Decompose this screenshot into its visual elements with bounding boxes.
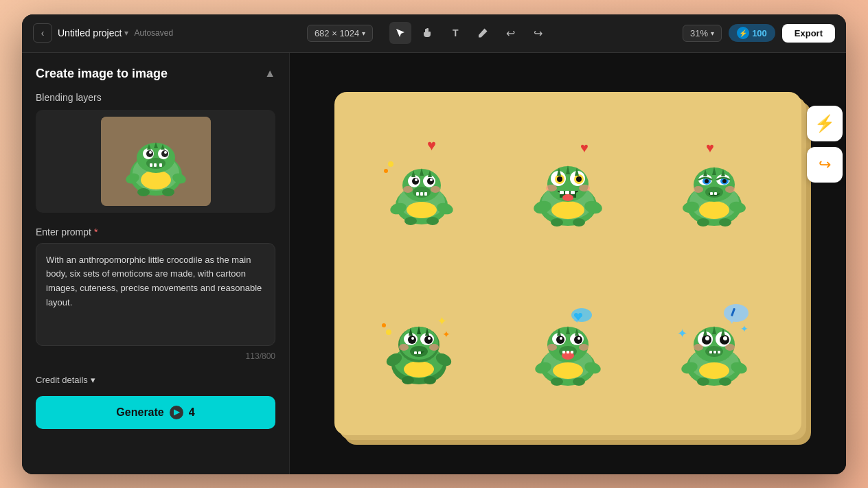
svg-point-23 (388, 161, 393, 167)
svg-point-58 (576, 176, 582, 182)
sticker-5 (501, 270, 634, 415)
svg-point-120 (424, 376, 436, 384)
redo-button[interactable]: ↪ (527, 22, 549, 44)
svg-point-154 (724, 304, 749, 322)
svg-point-177 (719, 377, 731, 386)
svg-point-45 (426, 217, 439, 225)
svg-point-98 (386, 329, 391, 335)
svg-point-165 (705, 336, 709, 340)
svg-point-176 (697, 377, 709, 386)
svg-point-107 (408, 336, 416, 344)
sticker-4: ✦ ✦ (355, 270, 488, 415)
svg-point-60 (562, 194, 573, 201)
svg-marker-155 (729, 320, 733, 324)
generate-icon: ▶ (170, 406, 183, 419)
left-panel: Create image to image ▲ Blending layers (22, 53, 290, 474)
svg-text:♥: ♥ (580, 140, 589, 155)
svg-rect-63 (571, 191, 575, 194)
canvas-area[interactable]: ♥ (290, 53, 846, 474)
credit-details[interactable]: Credit details ▾ (22, 369, 289, 391)
credits-badge: ⚡ 100 (729, 24, 775, 42)
svg-point-119 (402, 376, 414, 384)
topbar-center: 682 × 1024 ▾ T ↩ ↪ (181, 22, 674, 44)
svg-point-151 (579, 344, 589, 351)
svg-point-179 (725, 344, 735, 351)
svg-text:✦: ✦ (437, 314, 447, 328)
svg-point-102 (404, 361, 434, 377)
svg-point-93 (719, 218, 731, 226)
svg-text:✦: ✦ (442, 329, 450, 340)
svg-point-109 (411, 337, 414, 340)
svg-rect-168 (709, 351, 712, 353)
lightning-button[interactable]: ⚡ (807, 106, 843, 141)
svg-rect-37 (420, 192, 423, 196)
pen-tool[interactable] (472, 22, 494, 44)
text-tool[interactable]: T (444, 22, 466, 44)
prompt-input[interactable]: With an anthropomorphic little crocodile… (36, 243, 275, 346)
blending-layers-area[interactable] (36, 110, 275, 213)
svg-rect-85 (710, 192, 713, 195)
svg-text:✦: ✦ (740, 323, 749, 334)
canvas-main: ♥ (334, 92, 801, 435)
svg-point-94 (694, 186, 703, 193)
svg-point-166 (723, 336, 727, 340)
svg-rect-141 (567, 351, 569, 353)
svg-point-148 (551, 377, 563, 386)
svg-text:✦: ✦ (677, 327, 687, 340)
collapse-button[interactable]: ▲ (264, 67, 275, 80)
hand-tool[interactable] (417, 22, 439, 44)
char-count: 113/800 (22, 351, 289, 369)
svg-marker-124 (573, 320, 578, 323)
svg-rect-142 (571, 351, 573, 353)
svg-point-130 (553, 362, 583, 379)
svg-rect-62 (565, 191, 569, 194)
back-button[interactable]: ‹ (33, 23, 52, 43)
export-button[interactable]: Export (782, 24, 835, 43)
svg-point-72 (579, 185, 590, 191)
svg-point-92 (697, 218, 709, 226)
sticker-grid: ♥ (334, 92, 801, 435)
svg-point-134 (556, 336, 564, 344)
canvas-size-control[interactable]: 682 × 1024 ▾ (307, 25, 373, 42)
toolbar-tools: T ↩ ↪ (389, 22, 549, 44)
canvas-stack: ♥ (334, 92, 801, 435)
svg-point-44 (404, 217, 417, 225)
svg-rect-170 (718, 351, 720, 353)
blending-image (101, 117, 211, 206)
svg-point-121 (399, 344, 409, 351)
topbar-left: ‹ Untitled project ▾ Autosaved (33, 23, 173, 43)
svg-point-95 (725, 186, 735, 193)
panel-title: Create image to image (36, 67, 168, 81)
svg-rect-113 (418, 351, 421, 354)
svg-point-18 (162, 188, 174, 196)
sticker-6: ✦ ✦ (648, 270, 781, 415)
svg-rect-36 (416, 192, 419, 196)
topbar-right: 31% ▾ ⚡ 100 Export (683, 24, 835, 43)
blending-label: Blending layers (22, 92, 289, 110)
select-tool[interactable] (389, 22, 411, 44)
svg-point-99 (382, 323, 386, 327)
topbar: ‹ Untitled project ▾ Autosaved 682 × 102… (22, 14, 846, 53)
generate-button[interactable]: Generate ▶ 4 (36, 396, 275, 429)
svg-point-159 (699, 362, 729, 379)
undo-button[interactable]: ↩ (499, 22, 521, 44)
svg-point-178 (694, 344, 703, 351)
zoom-control[interactable]: 31% ▾ (683, 25, 722, 42)
share-icon: ↪ (819, 156, 831, 174)
svg-point-51 (551, 201, 584, 219)
svg-point-70 (573, 218, 585, 226)
svg-rect-112 (414, 351, 417, 354)
share-button[interactable]: ↪ (807, 147, 843, 183)
svg-rect-12 (150, 163, 152, 167)
svg-rect-86 (714, 192, 717, 195)
svg-point-137 (578, 337, 580, 340)
svg-point-9 (149, 151, 152, 154)
svg-point-17 (137, 188, 150, 196)
app-window: ‹ Untitled project ▾ Autosaved 682 × 102… (22, 14, 846, 474)
svg-point-47 (431, 186, 440, 193)
project-name[interactable]: Untitled project ▾ (58, 27, 128, 38)
svg-point-150 (547, 344, 557, 351)
svg-rect-14 (159, 163, 162, 167)
svg-point-3 (141, 170, 171, 189)
sticker-3: ♥ (648, 113, 781, 257)
